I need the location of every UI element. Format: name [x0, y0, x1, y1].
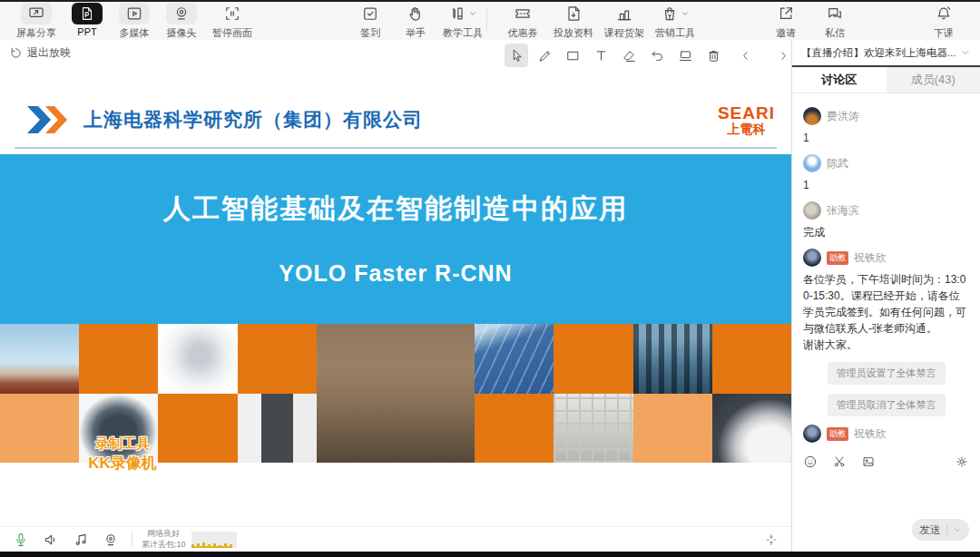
send-options-icon[interactable] [953, 525, 962, 534]
device-controls [13, 532, 119, 548]
undo-icon [650, 48, 665, 64]
company-name: 上海电器科学研究所（集团）有限公司 [83, 107, 423, 132]
live-intro-title: 【直播介绍】欢迎来到上海电器... [801, 46, 960, 60]
collage-photo-wind-turbine [0, 324, 79, 394]
private-message-button[interactable]: 私信 [809, 3, 860, 40]
webcam-icon[interactable] [103, 532, 119, 548]
coupon-button[interactable]: 优惠券 [497, 3, 548, 40]
course-shelf-icon [615, 3, 633, 24]
live-classroom-window: 屏幕分享 PPT 多媒体 摄像头 暂停画面 [0, 0, 980, 557]
collage-orange-tile [554, 324, 632, 394]
pencil-tool[interactable] [533, 44, 556, 67]
avatar [803, 107, 821, 125]
network-activity-chart [191, 532, 237, 548]
send-divider [946, 524, 947, 535]
collage-orange-tile [238, 324, 317, 394]
toolbar-separator [486, 8, 487, 32]
collage-orange-tile [79, 324, 158, 394]
avatar [803, 425, 821, 443]
send-row: 发送 [792, 513, 980, 552]
gear-icon[interactable] [955, 454, 969, 469]
slide-subtitle: YOLO Faster R-CNN [279, 260, 512, 287]
status-divider [132, 533, 132, 547]
emoji-icon[interactable] [803, 454, 818, 469]
chat-message: 助教 祝铁欣 课间休息：14:12-14:22 [803, 425, 969, 450]
course-shelf-button[interactable]: 课程货架 [599, 3, 650, 40]
slide-canvas[interactable]: 上海电器科学研究所（集团）有限公司 SEARI 上電科 人工智能基础及在智能制造… [0, 71, 791, 526]
materials-icon [564, 3, 583, 24]
collapse-toolbar-button[interactable] [764, 533, 779, 547]
prev-slide-button[interactable] [733, 44, 757, 67]
collapse-icon [764, 533, 779, 547]
eraser-tool[interactable] [617, 44, 641, 67]
text-tool[interactable] [589, 44, 612, 67]
header-rule [15, 147, 777, 149]
multimedia-icon [119, 3, 150, 24]
tab-members[interactable]: 成员(43) [887, 67, 980, 93]
microphone-icon[interactable] [13, 532, 29, 548]
assistant-badge: 助教 [827, 427, 848, 441]
status-bar: 网络良好 累计丢包:10 [0, 526, 791, 552]
scissors-icon[interactable] [832, 454, 847, 469]
screen-share-icon [21, 3, 52, 24]
materials-button[interactable]: 投放资料 [548, 3, 599, 40]
system-message: 管理员取消了全体禁言 [828, 394, 946, 416]
chevron-down-icon [468, 9, 477, 18]
speaker-icon[interactable] [43, 532, 59, 548]
collage-photo-switchgear [633, 324, 712, 394]
send-button[interactable]: 发送 [912, 519, 969, 541]
chat-tabs: 讨论区 成员(43) [792, 67, 980, 93]
board-tool[interactable] [673, 44, 697, 67]
next-page-icon [777, 49, 790, 63]
chat-input-toolbar [792, 450, 980, 474]
chat-message: 陈武 1 [803, 154, 969, 193]
collage-orange-light-tile [633, 394, 712, 464]
chat-panel: 【直播介绍】欢迎来到上海电器... 讨论区 成员(43) 费洪涛 1 陈武 1 [791, 40, 980, 552]
invite-icon [777, 3, 795, 24]
pointer-icon [509, 48, 524, 64]
top-letterbox [0, 0, 980, 2]
end-class-button[interactable]: 下课 [918, 3, 969, 40]
clear-annotations-tool[interactable] [701, 44, 725, 67]
camera-button[interactable]: 摄像头 [156, 3, 207, 40]
slide-title-banner: 人工智能基础及在智能制造中的应用 YOLO Faster R-CNN [0, 154, 791, 324]
multimedia-button[interactable]: 多媒体 [109, 3, 160, 40]
undo-tool[interactable] [645, 44, 669, 67]
music-note-icon[interactable] [73, 532, 89, 548]
rectangle-icon [565, 48, 581, 64]
slide-page-nav [733, 44, 795, 67]
pause-screen-button[interactable]: 暂停画面 [207, 3, 258, 40]
recorder-watermark: 录制工具 KK录像机 [62, 435, 183, 474]
camera-icon [166, 3, 197, 24]
rectangle-tool[interactable] [561, 44, 584, 67]
teaching-tools-button[interactable]: 教学工具 [437, 3, 488, 40]
coupon-icon [514, 3, 532, 24]
double-chevron-logo [27, 105, 73, 134]
exit-presentation-button[interactable]: 退出放映 [9, 45, 71, 61]
chat-feed[interactable]: 费洪涛 1 陈武 1 张海滨 完成 [792, 93, 980, 450]
assistant-badge: 助教 [827, 251, 848, 265]
board-icon [678, 48, 693, 64]
sign-in-button[interactable]: 签到 [345, 3, 396, 40]
chat-message: 张海滨 完成 [803, 201, 969, 240]
screen-share-button[interactable]: 屏幕分享 [11, 3, 62, 40]
raise-hand-button[interactable]: 举手 [390, 3, 441, 40]
ppt-button[interactable]: PPT [62, 3, 113, 37]
slide-title: 人工智能基础及在智能制造中的应用 [163, 191, 628, 228]
marketing-tools-button[interactable]: 营销工具 [650, 3, 701, 40]
chat-message-input[interactable] [792, 474, 980, 513]
chat-message: 费洪涛 1 [803, 107, 969, 146]
ppt-icon [72, 3, 103, 24]
collage-photo-robot [158, 324, 237, 394]
chevron-down-icon[interactable] [960, 47, 971, 58]
chevron-down-icon [681, 9, 690, 18]
tab-discussion[interactable]: 讨论区 [792, 67, 887, 93]
live-intro-header[interactable]: 【直播介绍】欢迎来到上海电器... [792, 40, 980, 67]
collage-photo-solar-panels [475, 324, 554, 394]
system-message: 管理员设置了全体禁言 [828, 362, 946, 385]
pointer-tool[interactable] [505, 44, 528, 67]
invite-button[interactable]: 邀请 [760, 3, 811, 40]
image-icon[interactable] [861, 454, 876, 469]
exit-presentation-icon [9, 46, 23, 60]
prev-page-icon [739, 49, 752, 63]
